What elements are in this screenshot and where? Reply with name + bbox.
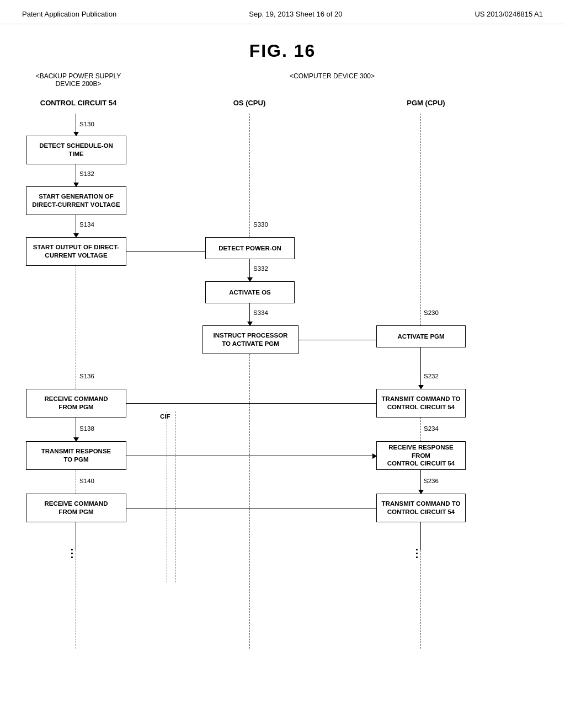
header-center: Sep. 19, 2013 Sheet 16 of 20 [249,10,342,18]
arrow-to-s332 [249,259,250,281]
arrow-to-s232 [420,347,421,389]
col-backup-device: <BACKUP POWER SUPPLYDEVICE 200B> [29,72,128,88]
vline-cif2 [175,411,175,582]
step-s136: S136 [79,373,94,379]
box-instruct-processor: INSTRUCT PROCESSOR TO ACTIVATE PGM [202,325,299,354]
dots-left: ⋮ [66,547,78,560]
cif-label: CIF [160,413,170,420]
box-transmit-cmd2: TRANSMIT COMMAND TO CONTROL CIRCUIT 54 [376,494,466,522]
box-activate-pgm: ACTIVATE PGM [376,325,466,347]
vline-cif1 [167,411,167,582]
step-s140: S140 [79,478,94,484]
page-header: Patent Application Publication Sep. 19, … [0,0,565,24]
header-left: Patent Application Publication [22,10,116,18]
header-right: US 2013/0246815 A1 [475,10,543,18]
step-s134: S134 [79,221,94,228]
step-s132: S132 [79,170,94,177]
col-pgm-cpu: PGM (CPU) [382,99,470,107]
col-os-cpu: OS (CPU) [216,99,282,107]
box-receive-cmd1: RECEIVE COMMAND FROM PGM [26,389,126,417]
dots-right: ⋮ [411,547,423,560]
box-transmit-cmd1: TRANSMIT COMMAND TO CONTROL CIRCUIT 54 [376,389,466,417]
arrow-to-s130 [76,114,76,136]
arrow-s138-to-s234 [126,456,376,456]
step-s334: S334 [253,309,268,316]
box-receive-cmd2: RECEIVE COMMAND FROM PGM [26,494,126,522]
diagram-area: <BACKUP POWER SUPPLYDEVICE 200B> CONTROL… [18,72,547,679]
arrow-down-s140 [76,522,76,550]
vline-os [249,114,250,649]
step-s138: S138 [79,425,94,432]
arrow-to-s138 [76,417,76,441]
step-s232: S232 [424,373,439,379]
step-s236: S236 [424,478,439,484]
arrow-to-s132 [76,164,76,186]
step-s330: S330 [253,221,268,228]
step-s332: S332 [253,265,268,272]
box-detect-schedule: DETECT SCHEDULE-ON TIME [26,136,126,164]
box-start-output: START OUTPUT OF DIRECT- CURRENT VOLTAGE [26,237,126,266]
arrow-to-s134 [76,215,76,237]
arrow-to-s334 [249,303,250,325]
box-receive-response: RECEIVE RESPONSE FROM CONTROL CIRCUIT 54 [376,441,466,470]
col-control-circuit: CONTROL CIRCUIT 54 [29,99,128,107]
col-computer-device: <COMPUTER DEVICE 300> [183,72,481,80]
box-transmit-response: TRANSMIT RESPONSE TO PGM [26,441,126,470]
step-s230: S230 [424,309,439,316]
box-detect-power-on: DETECT POWER-ON [205,237,295,259]
step-s234: S234 [424,425,439,432]
box-activate-os: ACTIVATE OS [205,281,295,303]
step-s130: S130 [79,121,94,127]
arrow-down-s236 [420,522,421,550]
box-start-generation: START GENERATION OF DIRECT-CURRENT VOLTA… [26,186,126,215]
arrow-to-s236 [420,470,421,494]
figure-title: FIG. 16 [0,41,565,61]
